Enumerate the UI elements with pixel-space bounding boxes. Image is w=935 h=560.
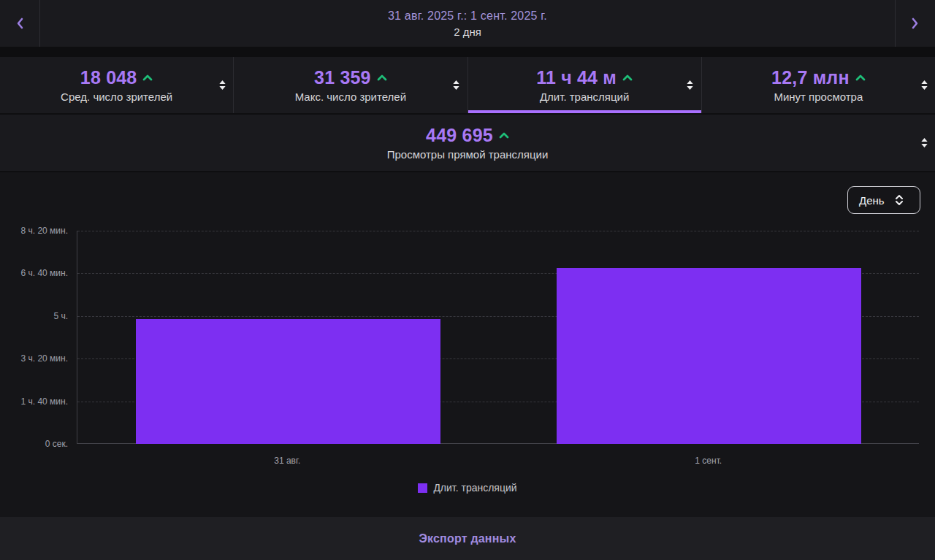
stat-label: Минут просмотра <box>774 91 863 103</box>
stat-cell-avg-viewers[interactable]: 18 048 Сред. число зрителей <box>0 57 233 113</box>
next-period-button[interactable] <box>895 0 935 47</box>
stat-value: 18 048 <box>80 67 137 88</box>
bar-31 авг.[interactable] <box>136 319 440 444</box>
stat-switcher-icon[interactable] <box>216 77 228 93</box>
unfold-arrows-icon <box>895 194 904 206</box>
stat-switcher-icon[interactable] <box>918 77 930 93</box>
prev-period-button[interactable] <box>0 0 40 47</box>
trend-up-icon <box>142 74 153 81</box>
bar-1 сент.[interactable] <box>557 268 861 444</box>
trend-up-icon <box>622 74 633 81</box>
gridline <box>77 231 919 231</box>
date-range-text: 31 авг. 2025 г.: 1 сент. 2025 г. <box>388 9 547 23</box>
stat-cell-stream-duration[interactable]: 11 ч 44 м Длит. трансляций <box>468 57 701 113</box>
stat-switcher-icon[interactable] <box>451 77 462 93</box>
stat-cell-minutes-watched[interactable]: 12,7 млн Минут просмотра <box>701 57 935 113</box>
y-tick-label: 1 ч. 40 мин. <box>20 396 68 407</box>
stat-label: Сред. число зрителей <box>61 91 172 103</box>
chevron-left-icon <box>16 18 23 29</box>
chart-legend: Длит. трансляций <box>0 482 935 494</box>
y-tick-label: 8 ч. 20 мин. <box>20 226 68 236</box>
stat-value: 31 359 <box>314 67 371 88</box>
stat-cell-live-views[interactable]: 449 695 Просмотры прямой трансляции <box>0 115 935 171</box>
export-data-label: Экспорт данных <box>419 532 516 545</box>
plot-area <box>77 231 919 444</box>
stat-label: Макс. число зрителей <box>295 91 406 103</box>
stat-switcher-icon[interactable] <box>684 77 696 93</box>
y-axis-labels: 0 сек.1 ч. 40 мин.3 ч. 20 мин.5 ч.6 ч. 4… <box>0 231 68 444</box>
date-range-bar: 31 авг. 2025 г.: 1 сент. 2025 г. 2 дня <box>0 0 935 47</box>
granularity-select[interactable]: День <box>847 186 920 214</box>
y-tick-label: 6 ч. 40 мин. <box>20 268 68 278</box>
stat-label: Просмотры прямой трансляции <box>387 148 549 161</box>
export-data-button[interactable]: Экспорт данных <box>0 517 935 560</box>
date-range-days: 2 дня <box>454 26 481 38</box>
x-tick-label: 1 сент. <box>695 456 722 466</box>
x-tick-label: 31 авг. <box>274 456 300 466</box>
trend-up-icon <box>499 132 509 139</box>
stat-label: Длит. трансляций <box>540 91 629 103</box>
y-tick-label: 5 ч. <box>53 311 68 321</box>
chevron-right-icon <box>912 18 919 29</box>
legend-label: Длит. трансляций <box>433 482 516 494</box>
trend-up-icon <box>855 74 866 81</box>
stats-row-primary: 18 048 Сред. число зрителей 31 359 Макс.… <box>0 57 935 113</box>
legend-swatch <box>418 483 427 493</box>
stat-switcher-icon[interactable] <box>918 135 930 151</box>
granularity-value: День <box>859 194 885 207</box>
stream-duration-chart-panel: День 0 сек.1 ч. 40 мин.3 ч. 20 мин.5 ч.6… <box>0 172 935 517</box>
stat-value: 449 695 <box>426 125 493 146</box>
stat-value: 11 ч 44 м <box>536 67 617 88</box>
y-tick-label: 0 сек. <box>45 439 68 449</box>
date-range-display: 31 авг. 2025 г.: 1 сент. 2025 г. 2 дня <box>88 0 847 47</box>
y-tick-label: 3 ч. 20 мин. <box>20 353 68 364</box>
stat-value: 12,7 млн <box>771 67 850 88</box>
stat-cell-max-viewers[interactable]: 31 359 Макс. число зрителей <box>233 57 467 113</box>
trend-up-icon <box>377 74 387 81</box>
